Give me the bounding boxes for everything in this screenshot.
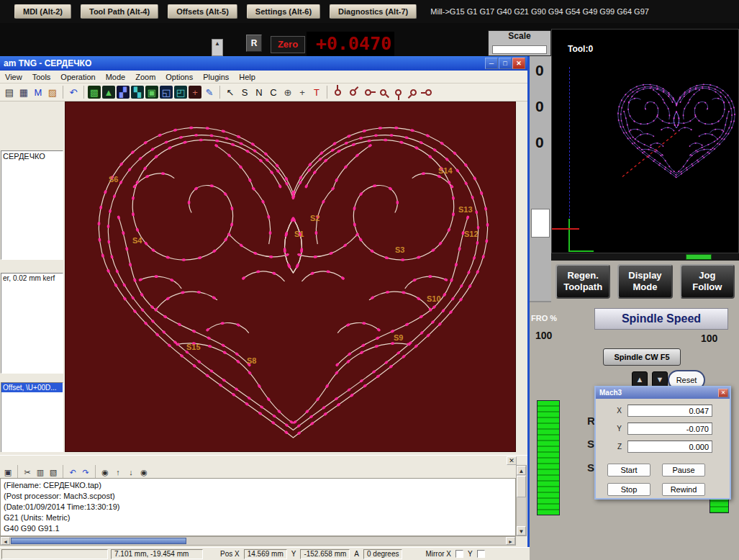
dialog-y-field[interactable] bbox=[627, 423, 712, 435]
toolbar-separator bbox=[95, 465, 96, 478]
stop-button[interactable]: Stop bbox=[607, 483, 650, 496]
menu-mode[interactable]: Mode bbox=[101, 73, 131, 81]
hscroll-thumb[interactable] bbox=[11, 538, 186, 544]
pause-button[interactable]: Pause bbox=[662, 464, 705, 477]
pick-point-icon[interactable]: ✎ bbox=[203, 86, 216, 99]
spindle-down-icon[interactable]: ▼ bbox=[652, 371, 668, 387]
show-toolpath-icon[interactable]: ▞ bbox=[117, 86, 130, 99]
save-icon[interactable]: ▣ bbox=[2, 466, 14, 477]
editor-vscrollbar[interactable]: ▲ ▼ bbox=[516, 465, 527, 536]
tab-diagnostics-alt-7[interactable]: Diagnostics (Alt-7) bbox=[330, 4, 417, 19]
show-rapids-icon[interactable]: ▚ bbox=[131, 86, 144, 99]
menu-zoom[interactable]: Zoom bbox=[130, 73, 160, 81]
spindle-cw-button[interactable]: Spindle CW F5 bbox=[603, 348, 681, 366]
editor-hscrollbar[interactable]: ◄ ► bbox=[0, 536, 516, 546]
mirror-y-checkbox[interactable] bbox=[477, 550, 485, 558]
spindle-up-icon[interactable]: ▲ bbox=[632, 371, 648, 387]
path-start-pin-icon-1[interactable] bbox=[335, 89, 341, 96]
list-item[interactable]: Offset, \U+00D... bbox=[1, 383, 63, 392]
dialog-titlebar[interactable]: Mach3 bbox=[596, 387, 730, 399]
scroll-right-icon[interactable]: ► bbox=[506, 537, 515, 545]
paste-icon[interactable]: ▧ bbox=[47, 466, 59, 477]
find-icon[interactable]: ◉ bbox=[99, 466, 111, 477]
dialog-row-z: Z bbox=[596, 441, 730, 453]
start-button[interactable]: Start bbox=[607, 464, 650, 477]
text-tool-icon[interactable]: T bbox=[310, 86, 323, 99]
zoom-extents-icon[interactable]: ◱ bbox=[160, 86, 173, 99]
status-label-pos-x: Pos X bbox=[219, 550, 241, 558]
menu-tools[interactable]: Tools bbox=[27, 73, 56, 81]
list-item[interactable]: СЕРДЕЧКО bbox=[1, 151, 63, 161]
maximize-icon[interactable]: □ bbox=[499, 58, 512, 69]
tab-offsets-alt-5[interactable]: Offsets (Alt-5) bbox=[168, 4, 237, 19]
path-start-pin-icon-6[interactable] bbox=[409, 88, 418, 97]
select-icon[interactable]: ↖ bbox=[224, 86, 237, 99]
tab-settings-alt-6[interactable]: Settings (Alt-6) bbox=[247, 4, 320, 19]
cam-titlebar[interactable]: am TNG - СЕРДЕЧКО bbox=[0, 56, 527, 71]
menu-plugins[interactable]: Plugins bbox=[198, 73, 234, 81]
close-icon[interactable]: ✕ bbox=[718, 389, 728, 397]
mirror-x-checkbox[interactable] bbox=[455, 550, 463, 558]
close-icon[interactable]: ✕ bbox=[507, 456, 517, 465]
close-icon[interactable]: ✕ bbox=[512, 58, 525, 69]
tool-label: Tool:0 bbox=[568, 44, 593, 54]
material-icon[interactable]: M bbox=[32, 86, 45, 99]
minimize-icon[interactable]: ─ bbox=[485, 58, 498, 69]
cut-icon[interactable]: ✂ bbox=[22, 466, 33, 477]
dialog-z-field[interactable] bbox=[627, 441, 712, 453]
list-item[interactable]: er, 0.02 mm kerf bbox=[1, 274, 63, 283]
background-scrollbar[interactable]: ▲ bbox=[212, 39, 223, 56]
path-start-pin-icon-2[interactable] bbox=[348, 88, 358, 97]
undo-icon[interactable]: ↶ bbox=[67, 86, 80, 99]
button-jog-follow[interactable]: JogFollow bbox=[680, 264, 735, 299]
tab-tool-path-alt-4[interactable]: Tool Path (Alt-4) bbox=[81, 4, 158, 19]
redo-icon[interactable]: ↷ bbox=[80, 466, 91, 477]
dialog-x-field[interactable] bbox=[627, 405, 712, 417]
toolbar-separator bbox=[219, 86, 220, 99]
print-icon[interactable]: ▤ bbox=[3, 86, 16, 99]
undo-icon[interactable]: ↶ bbox=[67, 466, 78, 477]
find-up-icon[interactable]: ↑ bbox=[112, 466, 124, 477]
show-parts-icon[interactable]: ▲ bbox=[102, 86, 115, 99]
segment-label-s12: S12 bbox=[464, 230, 479, 238]
menu-view[interactable]: View bbox=[0, 73, 27, 81]
drawing-canvas[interactable]: S6S4S15S8S1S2S3S14S13S12S10S9 bbox=[65, 101, 516, 452]
show-simulation-icon[interactable]: ▣ bbox=[145, 86, 158, 99]
start-point-icon[interactable]: ⊕ bbox=[281, 86, 294, 99]
path-start-pin-icon-3[interactable] bbox=[365, 89, 371, 96]
find-next-icon[interactable]: ◉ bbox=[138, 466, 150, 477]
menu-help[interactable]: Help bbox=[234, 73, 260, 81]
grid-icon[interactable]: ▦ bbox=[17, 86, 30, 99]
toolpath-display[interactable]: Tool:0 bbox=[551, 29, 739, 253]
tab-mdi-alt-2[interactable]: MDI (Alt-2) bbox=[14, 4, 71, 19]
menu-operation[interactable]: Operation bbox=[55, 73, 100, 81]
button-display-mode[interactable]: DisplayMode bbox=[617, 264, 672, 299]
post-processor-icon[interactable]: ▨ bbox=[46, 86, 59, 99]
vscroll-thumb[interactable] bbox=[517, 476, 526, 497]
find-down-icon[interactable]: ↓ bbox=[125, 466, 137, 477]
reset-view-icon[interactable]: + bbox=[189, 86, 201, 99]
axis-y-marker bbox=[568, 219, 570, 252]
mach3-dialog[interactable]: Mach3 ✕ XYZ StartPauseStopRewind bbox=[594, 386, 731, 500]
copy-icon[interactable]: ▥ bbox=[35, 466, 46, 477]
path-start-pin-icon-4[interactable] bbox=[378, 88, 388, 97]
ref-button[interactable]: R bbox=[246, 35, 262, 52]
edit-path-icon[interactable]: S bbox=[238, 86, 251, 99]
scroll-up-icon[interactable]: ▲ bbox=[517, 466, 526, 475]
menu-options[interactable]: Options bbox=[160, 73, 198, 81]
rewind-button[interactable]: Rewind bbox=[662, 483, 705, 496]
mirror-x-label: Mirror X bbox=[424, 550, 453, 558]
gcode-editor[interactable]: (Filename: СЕРДЕЧКО.tap)(Post processor:… bbox=[0, 478, 516, 536]
zero-button[interactable]: Zero bbox=[271, 36, 305, 53]
path-start-pin-icon-7[interactable] bbox=[425, 89, 432, 96]
show-material-icon[interactable]: ▩ bbox=[88, 86, 101, 99]
edit-curve-icon[interactable]: C bbox=[267, 86, 280, 99]
scroll-left-icon[interactable]: ◄ bbox=[1, 537, 10, 545]
move-path-icon[interactable]: + bbox=[296, 86, 309, 99]
scroll-down-icon[interactable]: ▼ bbox=[517, 526, 526, 536]
edit-nodes-icon[interactable]: N bbox=[253, 86, 266, 99]
button-regen-toolpath[interactable]: Regen.Toolpath bbox=[556, 264, 610, 299]
spindle-speed-header: Spindle Speed bbox=[594, 308, 728, 330]
zoom-window-icon[interactable]: ◰ bbox=[174, 86, 187, 99]
path-start-pin-icon-5[interactable] bbox=[395, 89, 402, 96]
